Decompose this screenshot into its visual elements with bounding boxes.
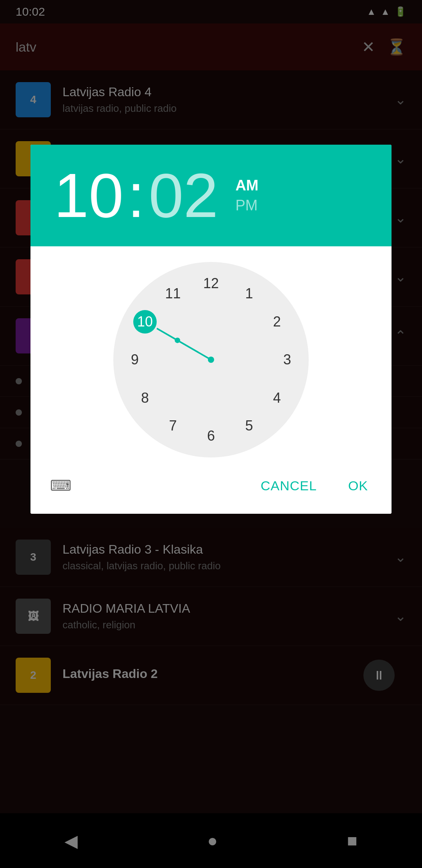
time-display: 10 : 02: [54, 164, 218, 227]
clock-number-8[interactable]: 8: [133, 386, 157, 410]
clock-container: 121234567891011: [30, 246, 392, 465]
clock-number-7[interactable]: 7: [161, 414, 185, 438]
clock-number-2[interactable]: 2: [265, 310, 289, 334]
pm-option[interactable]: PM: [235, 197, 258, 214]
clock-number-10[interactable]: 10: [133, 310, 157, 334]
clock-center: [208, 357, 214, 362]
ok-button[interactable]: OK: [340, 474, 376, 497]
ampm-selector: AM PM: [235, 177, 258, 214]
clock-number-3[interactable]: 3: [275, 348, 299, 371]
clock-number-4[interactable]: 4: [265, 386, 289, 410]
dialog-actions: ⌨ CANCEL OK: [30, 465, 392, 514]
clock-number-9[interactable]: 9: [123, 348, 147, 371]
clock-face[interactable]: 121234567891011: [113, 262, 309, 457]
clock-number-12[interactable]: 12: [199, 272, 223, 295]
clock-number-11[interactable]: 11: [161, 282, 185, 305]
am-option[interactable]: AM: [235, 177, 258, 194]
time-picker-dialog: 10 : 02 AM PM 121234567891011 ⌨ CANCEL O…: [30, 145, 392, 514]
time-colon: :: [127, 164, 145, 227]
time-hours[interactable]: 10: [54, 164, 123, 227]
svg-point-2: [175, 337, 180, 343]
cancel-button[interactable]: CANCEL: [253, 474, 325, 497]
clock-number-5[interactable]: 5: [238, 414, 261, 438]
clock-number-1[interactable]: 1: [238, 282, 261, 305]
time-minutes[interactable]: 02: [148, 164, 218, 227]
svg-line-0: [157, 328, 211, 360]
clock-number-6[interactable]: 6: [199, 424, 223, 448]
time-picker-header: 10 : 02 AM PM: [30, 145, 392, 246]
keyboard-icon[interactable]: ⌨: [46, 473, 75, 498]
